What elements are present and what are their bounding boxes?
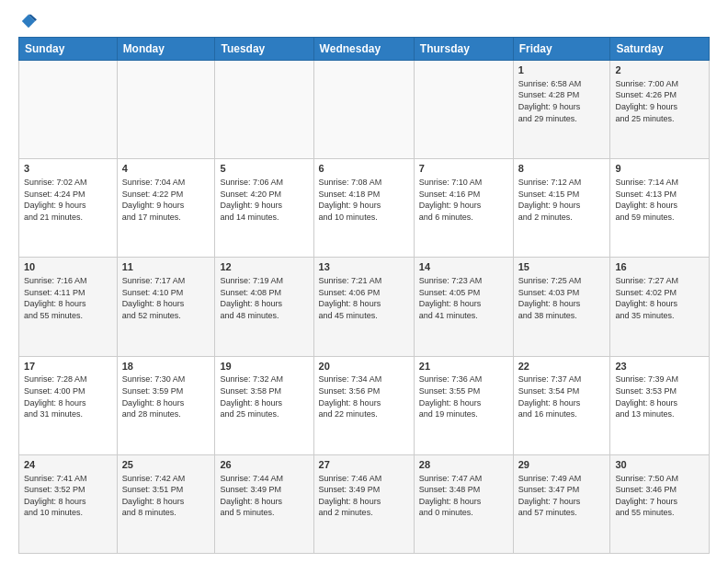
weekday-header: Friday [513,38,610,61]
day-number: 29 [518,458,606,472]
day-info: Sunrise: 7:16 AM Sunset: 4:11 PM Dayligh… [24,275,112,321]
day-number: 8 [518,162,606,176]
day-info: Sunrise: 7:37 AM Sunset: 3:54 PM Dayligh… [518,373,606,419]
calendar-cell: 20Sunrise: 7:34 AM Sunset: 3:56 PM Dayli… [313,356,414,454]
day-info: Sunrise: 7:00 AM Sunset: 4:26 PM Dayligh… [615,78,704,124]
day-info: Sunrise: 7:06 AM Sunset: 4:20 PM Dayligh… [220,177,308,223]
day-number: 11 [122,260,210,274]
day-number: 2 [615,63,704,77]
logo [18,15,37,29]
calendar-cell: 30Sunrise: 7:50 AM Sunset: 3:46 PM Dayli… [610,454,710,553]
day-number: 3 [24,162,112,176]
day-info: Sunrise: 7:04 AM Sunset: 4:22 PM Dayligh… [122,177,210,223]
calendar-cell: 19Sunrise: 7:32 AM Sunset: 3:58 PM Dayli… [215,356,313,454]
weekday-header: Sunday [19,38,118,61]
calendar-cell: 10Sunrise: 7:16 AM Sunset: 4:11 PM Dayli… [19,258,118,356]
day-info: Sunrise: 7:25 AM Sunset: 4:03 PM Dayligh… [518,275,606,321]
day-info: Sunrise: 7:14 AM Sunset: 4:13 PM Dayligh… [615,177,704,223]
day-number: 4 [122,162,210,176]
weekday-header: Monday [117,38,215,61]
calendar-cell: 24Sunrise: 7:41 AM Sunset: 3:52 PM Dayli… [19,454,118,553]
weekday-header: Tuesday [215,38,313,61]
calendar-cell: 25Sunrise: 7:42 AM Sunset: 3:51 PM Dayli… [117,454,215,553]
day-number: 25 [122,458,210,472]
calendar-cell: 4Sunrise: 7:04 AM Sunset: 4:22 PM Daylig… [117,159,215,258]
calendar-week-row: 24Sunrise: 7:41 AM Sunset: 3:52 PM Dayli… [19,454,710,553]
day-info: Sunrise: 7:02 AM Sunset: 4:24 PM Dayligh… [24,177,112,223]
calendar-cell: 18Sunrise: 7:30 AM Sunset: 3:59 PM Dayli… [117,356,215,454]
day-info: Sunrise: 7:12 AM Sunset: 4:15 PM Dayligh… [518,177,606,223]
day-number: 12 [220,260,308,274]
day-info: Sunrise: 7:47 AM Sunset: 3:48 PM Dayligh… [419,473,508,519]
calendar-cell: 3Sunrise: 7:02 AM Sunset: 4:24 PM Daylig… [19,159,118,258]
page-header [18,15,710,29]
calendar-cell: 26Sunrise: 7:44 AM Sunset: 3:49 PM Dayli… [215,454,313,553]
day-number: 16 [615,260,704,274]
day-number: 26 [220,458,308,472]
calendar-cell: 14Sunrise: 7:23 AM Sunset: 4:05 PM Dayli… [414,258,513,356]
calendar-cell: 9Sunrise: 7:14 AM Sunset: 4:13 PM Daylig… [610,159,710,258]
day-number: 9 [615,162,704,176]
day-number: 27 [319,458,409,472]
day-number: 18 [122,360,210,373]
calendar-cell: 17Sunrise: 7:28 AM Sunset: 4:00 PM Dayli… [19,356,118,454]
day-info: Sunrise: 7:49 AM Sunset: 3:47 PM Dayligh… [518,473,606,519]
day-number: 19 [220,360,308,373]
day-info: Sunrise: 7:30 AM Sunset: 3:59 PM Dayligh… [122,373,210,419]
day-number: 14 [419,260,508,274]
day-info: Sunrise: 7:36 AM Sunset: 3:55 PM Dayligh… [419,373,508,419]
calendar-cell: 15Sunrise: 7:25 AM Sunset: 4:03 PM Dayli… [513,258,610,356]
day-info: Sunrise: 7:27 AM Sunset: 4:02 PM Dayligh… [615,275,704,321]
day-number: 13 [319,260,409,274]
day-info: Sunrise: 7:10 AM Sunset: 4:16 PM Dayligh… [419,177,508,223]
day-info: Sunrise: 7:19 AM Sunset: 4:08 PM Dayligh… [220,275,308,321]
day-number: 23 [615,360,704,373]
day-info: Sunrise: 7:41 AM Sunset: 3:52 PM Dayligh… [24,473,112,519]
day-number: 10 [24,260,112,274]
day-number: 22 [518,360,606,373]
calendar-cell: 16Sunrise: 7:27 AM Sunset: 4:02 PM Dayli… [610,258,710,356]
calendar-cell: 7Sunrise: 7:10 AM Sunset: 4:16 PM Daylig… [414,159,513,258]
weekday-header: Thursday [414,38,513,61]
day-info: Sunrise: 6:58 AM Sunset: 4:28 PM Dayligh… [518,78,606,124]
calendar-cell: 23Sunrise: 7:39 AM Sunset: 3:53 PM Dayli… [610,356,710,454]
day-number: 15 [518,260,606,274]
calendar-cell: 29Sunrise: 7:49 AM Sunset: 3:47 PM Dayli… [513,454,610,553]
calendar-cell [313,61,414,159]
day-info: Sunrise: 7:39 AM Sunset: 3:53 PM Dayligh… [615,373,704,419]
day-info: Sunrise: 7:23 AM Sunset: 4:05 PM Dayligh… [419,275,508,321]
day-number: 7 [419,162,508,176]
calendar-cell: 28Sunrise: 7:47 AM Sunset: 3:48 PM Dayli… [414,454,513,553]
day-info: Sunrise: 7:08 AM Sunset: 4:18 PM Dayligh… [319,177,409,223]
day-number: 30 [615,458,704,472]
day-info: Sunrise: 7:46 AM Sunset: 3:49 PM Dayligh… [319,473,409,519]
calendar-week-row: 17Sunrise: 7:28 AM Sunset: 4:00 PM Dayli… [19,356,710,454]
day-number: 21 [419,360,508,373]
calendar-week-row: 1Sunrise: 6:58 AM Sunset: 4:28 PM Daylig… [19,61,710,159]
day-info: Sunrise: 7:34 AM Sunset: 3:56 PM Dayligh… [319,373,409,419]
calendar-cell: 1Sunrise: 6:58 AM Sunset: 4:28 PM Daylig… [513,61,610,159]
day-number: 17 [24,360,112,373]
weekday-header: Wednesday [313,38,414,61]
calendar-cell [117,61,215,159]
calendar-cell: 21Sunrise: 7:36 AM Sunset: 3:55 PM Dayli… [414,356,513,454]
calendar-cell: 13Sunrise: 7:21 AM Sunset: 4:06 PM Dayli… [313,258,414,356]
calendar-cell: 8Sunrise: 7:12 AM Sunset: 4:15 PM Daylig… [513,159,610,258]
calendar-header-row: SundayMondayTuesdayWednesdayThursdayFrid… [19,38,710,61]
calendar-cell: 22Sunrise: 7:37 AM Sunset: 3:54 PM Dayli… [513,356,610,454]
calendar-cell: 12Sunrise: 7:19 AM Sunset: 4:08 PM Dayli… [215,258,313,356]
calendar-cell: 11Sunrise: 7:17 AM Sunset: 4:10 PM Dayli… [117,258,215,356]
logo-icon [20,13,37,29]
day-info: Sunrise: 7:50 AM Sunset: 3:46 PM Dayligh… [615,473,704,519]
day-info: Sunrise: 7:28 AM Sunset: 4:00 PM Dayligh… [24,373,112,419]
calendar-cell: 2Sunrise: 7:00 AM Sunset: 4:26 PM Daylig… [610,61,710,159]
calendar-cell [19,61,118,159]
day-number: 24 [24,458,112,472]
day-info: Sunrise: 7:32 AM Sunset: 3:58 PM Dayligh… [220,373,308,419]
calendar-cell: 27Sunrise: 7:46 AM Sunset: 3:49 PM Dayli… [313,454,414,553]
day-number: 28 [419,458,508,472]
calendar-cell: 5Sunrise: 7:06 AM Sunset: 4:20 PM Daylig… [215,159,313,258]
calendar-cell: 6Sunrise: 7:08 AM Sunset: 4:18 PM Daylig… [313,159,414,258]
calendar-week-row: 10Sunrise: 7:16 AM Sunset: 4:11 PM Dayli… [19,258,710,356]
calendar-cell [215,61,313,159]
